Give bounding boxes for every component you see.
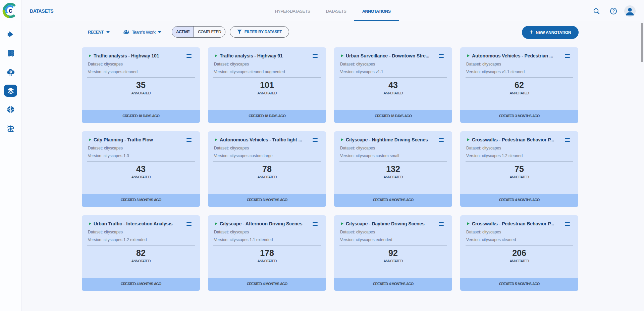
- svg-text:?: ?: [612, 9, 615, 13]
- svg-text:c: c: [9, 7, 12, 14]
